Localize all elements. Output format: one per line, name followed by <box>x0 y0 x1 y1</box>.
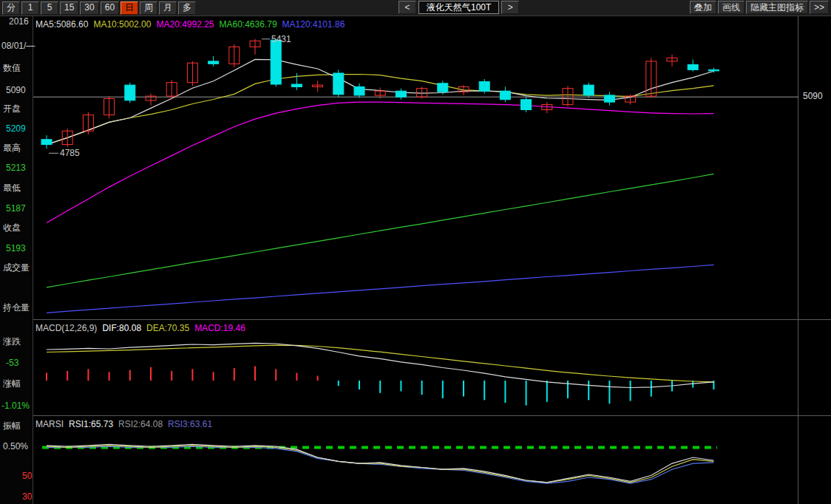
macd-plot[interactable] <box>33 320 798 415</box>
candlestick <box>354 86 364 95</box>
candles-group[interactable] <box>41 39 719 149</box>
indicator-value: RSI1:65.73 <box>69 419 113 429</box>
toolbar: 分15153060日周月多 < 液化天然气100T > 叠加画线隐藏主图指标>> <box>0 0 831 16</box>
period-button-30[interactable]: 30 <box>80 1 98 15</box>
ma-indicator-header: MA5:5086.60MA10:5002.00MA20:4992.25MA60:… <box>35 19 350 30</box>
candlestick <box>291 84 302 87</box>
sidebar-label: 最低 <box>3 183 21 193</box>
sidebar-label: 5090 <box>6 86 26 95</box>
candlestick <box>604 95 614 102</box>
candlestick <box>521 100 532 110</box>
low-annotation: 4785 <box>60 148 80 158</box>
period-button-月[interactable]: 月 <box>159 1 177 15</box>
sidebar-label: 08/01/— <box>1 41 35 51</box>
sidebar-label: 数值 <box>3 64 21 73</box>
candlestick <box>208 61 219 64</box>
period-button-15[interactable]: 15 <box>60 1 78 15</box>
indicator-value: MA120:4101.86 <box>282 19 345 30</box>
ma-line <box>47 75 713 145</box>
period-button-分[interactable]: 分 <box>2 1 20 15</box>
next-symbol-button[interactable]: > <box>501 1 519 14</box>
indicator-value: DIF:80.08 <box>102 323 141 333</box>
rsi-scale <box>798 416 831 504</box>
period-button-5[interactable]: 5 <box>41 1 58 15</box>
period-button-周[interactable]: 周 <box>140 1 157 15</box>
toolbar-button-1[interactable]: 叠加 <box>690 1 716 14</box>
toolbar-button-4[interactable]: >> <box>810 1 829 14</box>
candlestick <box>396 91 406 97</box>
period-buttons: 分15153060日周月多 <box>1 1 197 15</box>
candlestick <box>500 91 510 100</box>
period-button-60[interactable]: 60 <box>101 1 119 15</box>
candlestick <box>41 140 52 145</box>
ma-line <box>47 174 713 287</box>
sidebar-label: 成交量 <box>3 263 30 273</box>
main-chart-panel: MA5:5086.60MA10:5002.00MA20:4992.25MA60:… <box>33 16 831 319</box>
sidebar-label: 5193 <box>6 244 26 253</box>
prev-symbol-button[interactable]: < <box>398 1 416 14</box>
indicator-value: MA60:4636.79 <box>220 19 277 30</box>
high-annotation: 5431 <box>271 34 291 44</box>
ma-line <box>47 102 713 222</box>
sidebar-label: 2016 <box>9 17 29 27</box>
candlestick <box>125 85 135 101</box>
sidebar-label: 振幅 <box>3 421 21 431</box>
indicator-value: MACD:19.46 <box>194 323 245 333</box>
indicator-value: DEA:70.35 <box>146 323 189 333</box>
candlestick <box>271 40 281 84</box>
macd-chart[interactable] <box>33 320 798 416</box>
macd-scale <box>798 320 831 415</box>
candlestick <box>438 84 448 92</box>
sidebar-label: 涨幅 <box>3 379 21 389</box>
period-button-日[interactable]: 日 <box>121 1 138 15</box>
left-sidebar: 201608/01/—数值5090开盘5209最高5213最低5187收盘519… <box>0 16 33 504</box>
macd-indicator-header: MACD(12,26,9)DIF:80.08DEA:70.35MACD:19.4… <box>35 323 251 333</box>
price-scale <box>798 16 831 319</box>
sidebar-label: -1.01% <box>1 401 30 411</box>
indicator-value: MA5:5086.60 <box>35 19 88 30</box>
candlestick <box>333 73 344 95</box>
ma-line <box>47 265 713 313</box>
toolbar-right-buttons: 叠加画线隐藏主图指标>> <box>689 1 830 14</box>
sidebar-label: 5213 <box>6 163 26 173</box>
sidebar-label: 开盘 <box>3 104 21 114</box>
sidebar-label: 50 <box>22 471 32 481</box>
price-scale-label: 5090 <box>803 91 823 101</box>
toolbar-button-2[interactable]: 画线 <box>718 1 744 14</box>
indicator-value: MARSI <box>35 419 64 429</box>
sidebar-label: 5209 <box>6 124 26 134</box>
sidebar-label: 5187 <box>6 204 26 214</box>
toolbar-button-3[interactable]: 隐藏主图指标 <box>746 1 808 14</box>
sidebar-label: 持仓量 <box>3 303 30 313</box>
sidebar-label: -53 <box>6 358 18 368</box>
sidebar-label: 0.50% <box>3 442 28 452</box>
main-chart-plot[interactable]: 54314785 <box>33 16 798 319</box>
indicator-value: MA10:5002.00 <box>93 19 151 30</box>
symbol-nav: < 液化天然气100T > <box>398 1 520 14</box>
indicator-value: MACD(12,26,9) <box>35 323 97 333</box>
indicator-value: RSI3:63.61 <box>168 419 212 429</box>
candlestick-chart[interactable]: 54314785 <box>33 16 798 319</box>
sidebar-label: 涨跌 <box>3 337 21 347</box>
sidebar-label: 最高 <box>3 143 21 153</box>
rsi-indicator-header: MARSIRSI1:65.73RSI2:64.08RSI3:63.61 <box>35 419 217 429</box>
symbol-name[interactable]: 液化天然气100T <box>418 1 499 14</box>
sidebar-label: 收盘 <box>3 223 21 233</box>
candlestick <box>583 85 594 95</box>
candlestick <box>479 82 489 92</box>
candlestick <box>688 65 698 70</box>
indicator-value: MA20:4992.25 <box>156 19 214 30</box>
period-button-1[interactable]: 1 <box>21 1 39 15</box>
period-button-多[interactable]: 多 <box>178 1 196 15</box>
candlestick <box>708 69 719 71</box>
indicator-value: RSI2:64.08 <box>118 419 163 429</box>
rsi-panel: MARSIRSI1:65.73RSI2:64.08RSI3:63.61 <box>33 415 831 504</box>
macd-panel: MACD(12,26,9)DIF:80.08DEA:70.35MACD:19.4… <box>33 319 831 415</box>
sidebar-label: 30 <box>22 492 32 502</box>
